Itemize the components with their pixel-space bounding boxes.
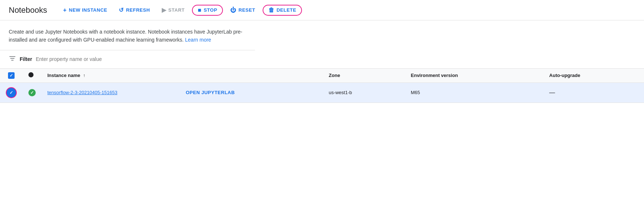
row-action-td: OPEN JUPYTERLAB — [180, 82, 323, 103]
stop-label: STOP — [204, 7, 217, 13]
stop-button[interactable]: ■ STOP — [192, 5, 223, 16]
checkmark-icon: ✓ — [9, 73, 13, 78]
row-status-td: ✓ — [23, 82, 42, 103]
zone-th: Zone — [323, 69, 405, 83]
status-green-dot: ✓ — [28, 89, 36, 96]
toolbar: Notebooks + NEW INSTANCE ↺ REFRESH ▶ STA… — [0, 0, 644, 20]
env-version-th: Environment version — [405, 69, 543, 83]
instance-name-th[interactable]: Instance name ↑ — [42, 69, 180, 83]
start-button[interactable]: ▶ START — [157, 4, 189, 16]
select-all-th: ✓ — [0, 69, 23, 83]
plus-icon: + — [63, 7, 67, 14]
refresh-button[interactable]: ↺ REFRESH — [114, 4, 154, 16]
row-zone-td: us-west1-b — [323, 82, 405, 103]
instances-table: ✓ Instance name ↑ Zone Environment versi… — [0, 69, 644, 103]
select-all-checkbox[interactable]: ✓ — [8, 72, 15, 79]
table-container: ✓ Instance name ↑ Zone Environment versi… — [0, 69, 644, 103]
trash-icon: 🗑 — [268, 7, 275, 14]
open-jupyterlab-button[interactable]: OPEN JUPYTERLAB — [186, 90, 235, 95]
filter-icon — [9, 55, 16, 64]
row-select-td: ✓ — [0, 82, 23, 103]
row-env-version-td: M65 — [405, 82, 543, 103]
instance-name-link[interactable]: tensorflow-2-3-20210405-151653 — [47, 90, 174, 95]
delete-button[interactable]: 🗑 DELETE — [263, 5, 302, 16]
sort-arrow-icon: ↑ — [83, 73, 85, 78]
learn-more-link[interactable]: Learn more — [185, 37, 211, 43]
row-checkbox[interactable]: ✓ — [6, 87, 17, 98]
filter-input[interactable] — [36, 56, 635, 62]
new-instance-button[interactable]: + NEW INSTANCE — [59, 5, 111, 16]
auto-upgrade-th: Auto-upgrade — [543, 69, 644, 83]
reset-button[interactable]: ⏻ RESET — [226, 5, 259, 16]
filter-label: Filter — [20, 56, 32, 62]
new-instance-label: NEW INSTANCE — [69, 7, 107, 13]
page-title: Notebooks — [9, 5, 47, 15]
row-instance-name-td: tensorflow-2-3-20210405-151653 — [42, 82, 180, 103]
reset-icon: ⏻ — [230, 7, 236, 14]
status-th — [23, 69, 42, 83]
description-section: Create and use Jupyter Notebooks with a … — [0, 20, 255, 50]
instance-name-header: Instance name — [47, 73, 80, 78]
refresh-icon: ↺ — [119, 7, 124, 14]
delete-label: DELETE — [276, 7, 296, 13]
refresh-label: REFRESH — [126, 7, 150, 13]
reset-label: RESET — [239, 7, 255, 13]
status-header-dot — [28, 72, 34, 77]
row-auto-upgrade-td: — — [543, 82, 644, 103]
action-th — [180, 69, 323, 83]
play-icon: ▶ — [162, 7, 166, 14]
table-row: ✓ ✓ tensorflow-2-3-20210405-151653 OPEN … — [0, 82, 644, 103]
filter-bar: Filter — [0, 50, 644, 69]
table-header-row: ✓ Instance name ↑ Zone Environment versi… — [0, 69, 644, 83]
stop-icon: ■ — [198, 7, 201, 14]
row-checkmark-icon: ✓ — [9, 90, 13, 95]
start-label: START — [168, 7, 185, 13]
